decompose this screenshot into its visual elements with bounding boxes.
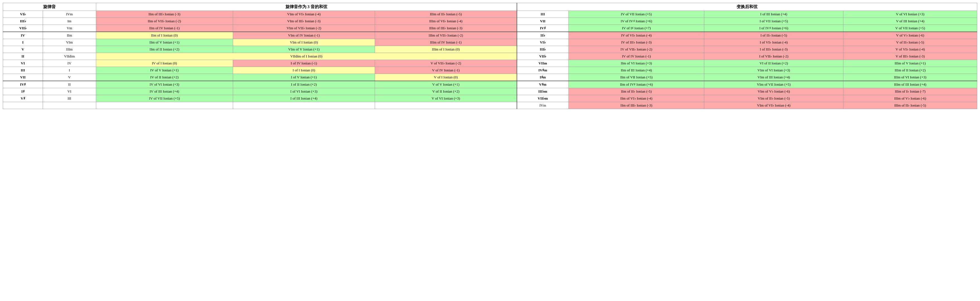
c3-cell: V of VI Ionian (+3) [375,95,517,102]
chord-cell: VI [43,88,96,95]
c3-cell: V of IV Ionian (-1) [375,67,517,74]
right-melody-cell: IV♯m [517,67,568,74]
right-c3-cell: IIIm of I♭ Ionian (-7) [843,88,977,95]
right-c1-cell: IV of IV♯ Ionian (+6) [568,18,704,25]
right-c1-cell: IV of VII♭ Ionian (-2) [568,46,704,53]
c1-cell: IIm of VII♭ Ionian (-2) [96,18,233,25]
main-table: 旋律音 旋律音作为 3 音的和弦 变换后和弦 VI♭IVmIIm of III♭… [3,3,977,109]
c1-cell: IIm of IV Ionian (-1) [96,25,233,32]
c1-cell: IV of V Ionian (+1) [96,67,233,74]
c1-cell: IV of VII Ionian (+5) [96,95,233,102]
right-melody-cell: I♯m [517,74,568,81]
chord-cell: IVm [43,11,96,18]
c2-cell: VIm of IV Ionian (-1) [233,32,375,39]
c3-cell: V of V Ionian (+1) [375,81,517,88]
c2-cell: VIm of III♭ Ionian (-3) [233,18,375,25]
right-c1-cell: IIm of VI♭ Ionian (-4) [568,95,704,102]
right-melody-cell: V♯m [517,81,568,88]
right-melody-cell: III [517,11,568,18]
c1-cell: IV of I Ionian (0) [96,60,233,67]
melody-cell: VI [3,60,43,67]
right-c2-cell: I of VI♭ Ionian (-4) [704,39,843,46]
right-c1-cell: IV of VI♭ Ionian (-4) [568,32,704,39]
c2-cell: I of VI Ionian (+3) [233,88,375,95]
melody-cell: III♭ [3,18,43,25]
c2-cell: VIm of V Ionian (+1) [233,46,375,53]
melody-cell: V [3,46,43,53]
c2-cell: I of II Ionian (+2) [233,81,375,88]
c1-cell: IIm of III♭ Ionian (-3) [96,11,233,18]
right-c2-cell: VIm of VI Ionian (+3) [704,67,843,74]
right-c2-cell: VIm of VII Ionian (+5) [704,81,843,88]
right-melody-cell: II♭ [517,32,568,39]
melody-cell: IV♯ [3,81,43,88]
right-c3-cell: IIIm of II♭ Ionian (-5) [843,102,977,109]
chord-cell: VIIdim [43,53,96,60]
right-c3-cell: V of V♭ Ionian (-6) [843,32,977,39]
chord-cell: III [43,95,96,102]
right-melody-cell: VIIm [517,60,568,67]
c2-cell: VIm of VI♭ Ionian (-4) [233,11,375,18]
right-c3-cell: V of III♭ Ionian (-3) [843,53,977,60]
header-right: 变换后和弦 [517,3,977,11]
melody-cell: VII [3,74,43,81]
right-c3-cell: V of VI♭ Ionian (-4) [843,46,977,53]
right-c1-cell: IIm of IV♯ Ionian (+6) [568,81,704,88]
melody-cell: V♯ [3,95,43,102]
right-c3-cell: V of VI Ionian (+3) [843,11,977,18]
chord-cell: V [43,74,96,81]
c2-cell: I of V Ionian (+1) [233,74,375,81]
melody-cell: VII♭ [3,25,43,32]
right-c2-cell: VIm of II♭ Ionian (-5) [704,95,843,102]
chord-cell: Im [43,18,96,25]
right-c2-cell: VIm of III Ionian (+4) [704,74,843,81]
right-melody-cell: VII [517,18,568,25]
right-c1-cell: IV of IV Ionian (-1) [568,53,704,60]
header-left-1: 旋律音 [3,3,96,11]
c1-cell: IIm of II Ionian (+2) [96,46,233,53]
right-c2-cell: I of III Ionian (+4) [704,11,843,18]
c2-cell: I of III Ionian (+4) [233,95,375,102]
right-melody-cell: III♭m [517,88,568,95]
right-melody-cell: VI♭ [517,39,568,46]
c3-cell: V of II Ionian (+2) [375,88,517,95]
c2-cell [233,102,375,109]
c2-cell: I of IV Ionian (-1) [233,60,375,67]
c1-cell: IIm of V Ionian (+1) [96,39,233,46]
c2-cell: VIm of VII♭ Ionian (-2) [233,25,375,32]
c3-cell: V of VII♭ Ionian (-2) [375,60,517,67]
chord-cell: I [43,67,96,74]
c3-cell: IIIm of II♭ Ionian (-5) [375,11,517,18]
right-c1-cell: IIm of VII Ionian (+5) [568,74,704,81]
c1-cell [96,102,233,109]
right-c2-cell: I of VII Ionian (+5) [704,18,843,25]
right-c2-cell: I of VII♭ Ionian (-2) [704,53,843,60]
right-c1-cell: IV of I♯ Ionian (+7) [568,25,704,32]
c1-cell: IIm of I Ionian (0) [96,32,233,39]
right-melody-cell: VII♭ [517,53,568,60]
right-c3-cell: IIIm of VI Ionian (+3) [843,74,977,81]
c3-cell: IIIm of III♭ Ionian (-3) [375,25,517,32]
chord-cell: VIm [43,39,96,46]
right-c3-cell: V of III Ionian (+4) [843,18,977,25]
c3-cell: V of I Ionian (0) [375,74,517,81]
right-melody-cell: IVm [517,102,568,109]
right-c2-cell: I of IV♯ Ionian (+6) [704,25,843,32]
melody-cell: VI♭ [3,11,43,18]
melody-cell: II [3,53,43,60]
right-c1-cell: IIm of VI Ionian (+3) [568,60,704,67]
chord-cell: IIIm [43,46,96,53]
right-c3-cell: IIIm of III Ionian (+4) [843,81,977,88]
c3-cell: IIIm of VI♭ Ionian (-4) [375,18,517,25]
melody-cell [3,102,43,109]
melody-cell: IV [3,32,43,39]
right-c2-cell: VIm of VI♭ Ionian (-4) [704,102,843,109]
melody-cell: I♯ [3,88,43,95]
c1-cell: IV of III Ionian (+4) [96,88,233,95]
right-c3-cell: V of II♭ Ionian (-5) [843,39,977,46]
right-c1-cell: IV of III♭ Ionian (-3) [568,39,704,46]
melody-cell: III [3,67,43,74]
right-c2-cell: VI of II Ionian (+2) [704,60,843,67]
header-left-2: 旋律音作为 3 音的和弦 [96,3,517,11]
c1-cell: IV of II Ionian (+2) [96,74,233,81]
